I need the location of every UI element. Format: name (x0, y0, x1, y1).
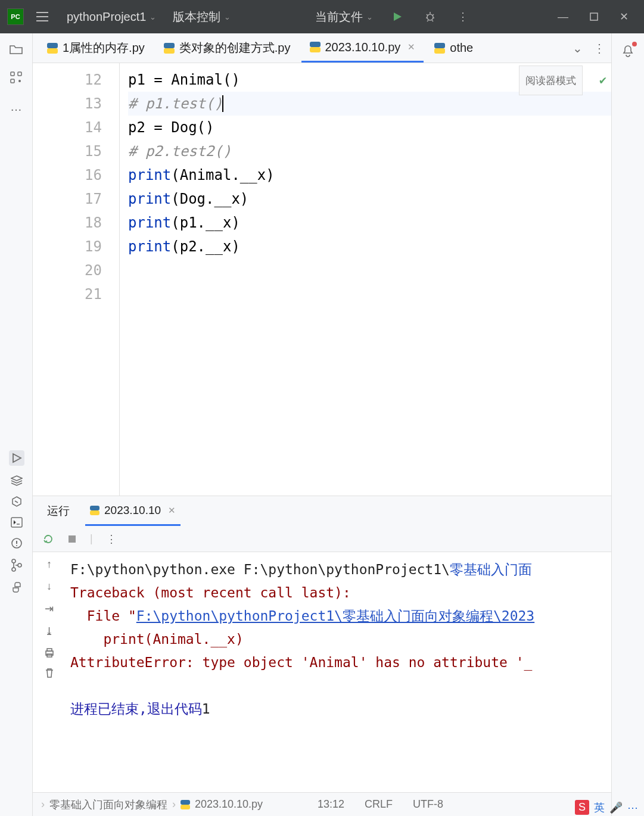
breadcrumb-chevron-icon: › (41, 798, 45, 811)
titlebar: PC pythonProject1⌄ 版本控制⌄ 当前文件⌄ ⋮ — ✕ (0, 0, 644, 33)
svg-rect-13 (47, 48, 58, 54)
structure-tool-icon[interactable] (10, 71, 22, 83)
ime-indicator[interactable]: S (575, 800, 589, 815)
tabs-more-icon[interactable]: ⋮ (593, 41, 605, 55)
svg-rect-3 (18, 72, 21, 76)
code-line[interactable]: p2 = Dog() (128, 116, 611, 139)
line-number[interactable]: 14 (33, 116, 119, 139)
svg-rect-18 (434, 43, 445, 48)
svg-rect-20 (90, 506, 99, 510)
minimize-icon[interactable]: — (549, 11, 577, 23)
svg-rect-27 (181, 805, 190, 809)
python-console-icon[interactable] (11, 581, 23, 593)
project-tool-icon[interactable] (10, 44, 23, 55)
editor[interactable]: 12131415161718192021 阅读器模式 ✔ p1 = Animal… (33, 63, 611, 496)
more-icon[interactable]: ⋮ (449, 10, 477, 23)
code-line[interactable]: print(p1.__x) (128, 211, 611, 235)
svg-point-10 (12, 568, 15, 571)
svg-rect-14 (164, 43, 175, 48)
code-line[interactable]: print(p2.__x) (128, 235, 611, 258)
rerun-icon[interactable] (42, 533, 54, 545)
svg-rect-1 (590, 13, 598, 20)
tab-file-1[interactable]: 1属性的内存.py (39, 33, 153, 63)
run-panel-title[interactable]: 运行 (42, 496, 74, 526)
console-line: AttributeError: type object 'Animal' has… (70, 651, 609, 674)
svg-rect-4 (11, 79, 14, 83)
problems-icon[interactable] (11, 537, 23, 549)
line-number[interactable]: 15 (33, 139, 119, 163)
soft-wrap-icon[interactable]: ⇥ (45, 602, 54, 615)
console-output[interactable]: F:\python\python.exe F:\python\pythonPro… (66, 552, 611, 792)
left-tool-sidebar: … (0, 33, 33, 816)
down-icon[interactable]: ↓ (46, 580, 52, 593)
console-line: File "F:\python\pythonProject1\零基础入门面向对象… (70, 605, 609, 628)
line-separator[interactable]: CRLF (365, 798, 393, 811)
svg-point-9 (12, 559, 15, 563)
svg-rect-15 (164, 48, 175, 54)
pycharm-logo-icon: PC (7, 8, 24, 25)
inspection-ok-icon[interactable]: ✔ (599, 68, 606, 92)
svg-rect-26 (181, 800, 190, 805)
line-number[interactable]: 13 (33, 92, 119, 116)
tab-file-3[interactable]: 2023.10.10.py ✕ (301, 33, 424, 63)
notification-dot-icon (632, 42, 637, 46)
ime-mic-icon[interactable]: 🎤 (609, 801, 623, 814)
vcs-menu[interactable]: 版本控制⌄ (167, 9, 237, 25)
ime-extra-icon[interactable]: ⋯ (627, 801, 638, 814)
code-line[interactable]: # p2.test2() (128, 139, 611, 163)
line-number[interactable]: 20 (33, 258, 119, 282)
up-icon[interactable]: ↑ (46, 558, 52, 571)
tabs-dropdown-icon[interactable]: ⌄ (573, 41, 583, 55)
code-line[interactable]: print(Animal.__x) (128, 163, 611, 187)
svg-point-11 (18, 563, 21, 567)
console-line (70, 674, 609, 697)
line-number[interactable]: 21 (33, 282, 119, 306)
breadcrumb-folder[interactable]: 零基础入门面向对象编程 (49, 798, 167, 812)
scroll-to-end-icon[interactable]: ⤓ (45, 625, 54, 638)
main-menu-icon[interactable] (29, 11, 56, 22)
close-run-tab-icon[interactable]: ✕ (166, 505, 176, 516)
close-tab-icon[interactable]: ✕ (405, 42, 415, 52)
delete-icon[interactable] (45, 668, 54, 678)
run-icon[interactable] (384, 11, 411, 22)
layers-icon[interactable] (11, 475, 23, 486)
project-name[interactable]: pythonProject1⌄ (61, 10, 162, 24)
encoding[interactable]: UTF-8 (413, 798, 443, 811)
run-tab[interactable]: 2023.10.10 ✕ (85, 496, 181, 526)
svg-rect-2 (11, 72, 14, 76)
debug-icon[interactable] (416, 11, 444, 23)
console-line: F:\python\python.exe F:\python\pythonPro… (70, 558, 609, 581)
svg-point-8 (16, 545, 17, 546)
tab-file-4[interactable]: othe (426, 33, 481, 63)
run-config[interactable]: 当前文件⌄ (309, 9, 379, 25)
notifications-icon[interactable] (621, 44, 634, 58)
svg-point-5 (18, 80, 21, 82)
svg-rect-19 (434, 48, 445, 54)
services-icon[interactable] (11, 496, 23, 507)
stop-icon[interactable] (67, 534, 77, 544)
caret-position[interactable]: 13:12 (318, 798, 344, 811)
run-tool-icon[interactable] (9, 450, 24, 466)
console-line: print(Animal.__x) (70, 628, 609, 651)
svg-rect-12 (47, 43, 58, 48)
line-number[interactable]: 17 (33, 187, 119, 211)
code-line[interactable]: print(Dog.__x) (128, 187, 611, 211)
line-number[interactable]: 12 (33, 68, 119, 92)
console-line: 进程已结束,退出代码1 (70, 697, 609, 721)
maximize-icon[interactable] (581, 13, 606, 21)
line-number[interactable]: 18 (33, 211, 119, 235)
terminal-icon[interactable] (11, 517, 23, 528)
tab-file-2[interactable]: 类对象的创建方式.py (155, 33, 299, 63)
vcs-tool-icon[interactable] (11, 559, 23, 572)
reader-mode-badge[interactable]: 阅读器模式 (519, 66, 583, 95)
code-line[interactable]: # p1.test() (128, 92, 611, 116)
svg-rect-22 (69, 535, 76, 543)
line-number[interactable]: 16 (33, 163, 119, 187)
line-number[interactable]: 19 (33, 235, 119, 258)
close-icon[interactable]: ✕ (611, 10, 637, 23)
more-tools-icon[interactable]: … (10, 100, 22, 114)
print-icon[interactable] (44, 647, 55, 658)
breadcrumb-file[interactable]: 2023.10.10.py (195, 798, 263, 811)
toolbar-more-icon[interactable]: ⋮ (106, 532, 117, 546)
ime-lang[interactable]: 英 (594, 801, 605, 815)
